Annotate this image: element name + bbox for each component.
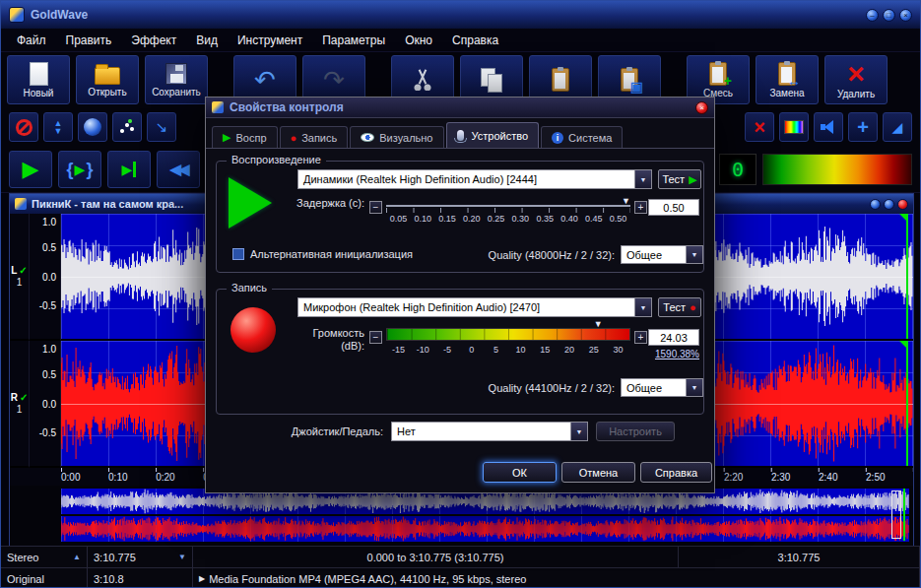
help-button[interactable]: Справка xyxy=(640,462,712,483)
tab-device[interactable]: Устройство xyxy=(446,122,540,148)
length-cell[interactable]: 3:10.775▼ xyxy=(88,547,193,567)
slider-thumb-icon[interactable]: ▼ xyxy=(594,319,603,329)
menu-item[interactable]: Окно xyxy=(395,32,442,49)
replace-button[interactable]: ↔ Замена xyxy=(756,55,819,104)
noise-button[interactable] xyxy=(112,112,142,142)
record-test-button[interactable]: Тест ● xyxy=(658,297,701,317)
effect-orb-button[interactable] xyxy=(78,112,107,142)
maximize-button[interactable]: □ xyxy=(883,9,895,22)
play-from-button[interactable]: ▶ xyxy=(107,151,151,188)
delay-decrease-button[interactable]: − xyxy=(369,201,382,214)
left-channel-selector[interactable]: L✓ 1 xyxy=(10,214,30,341)
doc-close-button[interactable] xyxy=(897,199,908,210)
status-bar-2: Original 3:10.8 ▶ Media Foundation MP4 (… xyxy=(1,567,920,588)
tab-system[interactable]: i Система xyxy=(541,126,623,148)
cancel-button[interactable]: Отмена xyxy=(561,462,635,483)
tab-playback[interactable]: ▶ Воспр xyxy=(212,126,278,148)
scissors-icon xyxy=(412,69,433,91)
channel-mode-cell[interactable]: Stereo▲ xyxy=(1,547,88,567)
ok-button[interactable]: ОК xyxy=(483,462,557,483)
alt-init-label[interactable]: Альтернативная инициализация xyxy=(250,248,437,261)
chevron-down-icon[interactable]: ▼ xyxy=(634,170,651,188)
selection-end-marker[interactable] xyxy=(906,341,908,466)
selection-end-marker[interactable] xyxy=(906,214,908,339)
insert-button[interactable]: + xyxy=(848,112,878,142)
new-button[interactable]: Новый xyxy=(7,55,70,104)
close-button[interactable]: × xyxy=(899,9,912,22)
document-icon xyxy=(15,198,27,210)
tab-visual[interactable]: Визуально xyxy=(350,126,443,148)
expander-button[interactable]: ▲▼ xyxy=(43,112,73,142)
menu-item[interactable]: Справка xyxy=(442,32,508,49)
tab-record[interactable]: ● Запись xyxy=(280,126,349,148)
dialog-titlebar[interactable]: Свойства контроля × xyxy=(206,98,714,118)
menu-item[interactable]: Эффект xyxy=(121,32,186,49)
play-selection-button[interactable]: {▶} xyxy=(58,151,101,188)
playback-quality-select[interactable]: Общее ▼ xyxy=(621,245,703,264)
volume-increase-button[interactable]: + xyxy=(634,331,647,344)
menu-item[interactable]: Вид xyxy=(186,32,228,49)
right-channel-selector[interactable]: R✓ 1 xyxy=(10,341,30,468)
timeline-label: 2:20 xyxy=(724,472,771,486)
dialog-title: Свойства контроля xyxy=(230,100,344,114)
menu-item[interactable]: Параметры xyxy=(312,32,395,49)
rewind-button[interactable]: ◀◀ xyxy=(157,151,200,188)
delay-slider[interactable]: ▼ xyxy=(386,197,630,213)
volume-value-box[interactable]: 24.03 xyxy=(648,329,699,346)
check-icon: ✓ xyxy=(20,392,28,403)
menu-item[interactable]: Править xyxy=(56,32,122,49)
cancel-effect-button[interactable]: × xyxy=(745,112,774,142)
disable-button[interactable] xyxy=(9,112,38,142)
delay-increase-button[interactable]: + xyxy=(634,201,647,214)
volume-button[interactable] xyxy=(814,112,843,142)
delete-button[interactable]: × Удалить xyxy=(824,55,888,104)
slider-thumb-icon[interactable]: ▼ xyxy=(622,196,630,206)
dialog-close-button[interactable]: × xyxy=(695,101,708,114)
overview-position-marker[interactable] xyxy=(891,490,901,539)
spectrum-meter xyxy=(762,154,912,185)
up-arrow-icon[interactable]: ▲ xyxy=(73,553,81,561)
menu-item[interactable]: Инструмент xyxy=(228,32,312,49)
spectrum-filter-button[interactable] xyxy=(779,112,809,142)
alt-init-checkbox[interactable] xyxy=(232,248,244,260)
open-button[interactable]: Открыть xyxy=(76,55,139,104)
paste-new-icon: ▣ xyxy=(621,68,638,92)
chevron-down-icon[interactable]: ▼ xyxy=(686,246,702,263)
paste-icon xyxy=(552,68,569,92)
chevron-down-icon[interactable]: ▼ xyxy=(686,379,702,396)
menu-bar: ФайлПравитьЭффектВидИнструментПараметрыО… xyxy=(1,29,920,52)
delay-value-box[interactable]: 0.50 xyxy=(648,199,699,216)
overview-right-channel xyxy=(61,516,909,542)
original-cell[interactable]: Original xyxy=(1,568,88,588)
chevron-down-icon[interactable]: ▼ xyxy=(634,298,651,316)
doc-minimize-button[interactable] xyxy=(870,199,881,210)
arrow-se-icon: ↘ xyxy=(156,118,168,136)
fade-button[interactable]: ◢ xyxy=(883,112,912,142)
save-button[interactable]: Сохранить xyxy=(145,55,208,104)
chevron-down-icon[interactable]: ▼ xyxy=(570,423,587,440)
redo-icon: ↷ xyxy=(323,67,345,93)
tick-label: 20 xyxy=(558,345,582,355)
play-button[interactable]: ▶ xyxy=(9,151,52,188)
volume-decrease-button[interactable]: − xyxy=(369,331,382,344)
rewind-icon: ◀◀ xyxy=(169,161,186,178)
check-icon: ✓ xyxy=(19,265,27,276)
down-arrow-icon[interactable]: ▼ xyxy=(178,553,186,561)
record-quality-select[interactable]: Общее ▼ xyxy=(621,378,703,397)
volume-label: Громкость (dB): xyxy=(294,327,364,353)
menu-item[interactable]: Файл xyxy=(7,32,56,49)
big-record-icon xyxy=(230,307,276,353)
playback-device-select[interactable]: Динамики (Realtek High Definition Audio)… xyxy=(297,169,652,189)
volume-percent-link[interactable]: 1590.38% xyxy=(640,349,699,359)
overview-strip[interactable] xyxy=(10,486,913,547)
record-device-select[interactable]: Микрофон (Realtek High Definition Audio)… xyxy=(297,297,652,317)
joystick-select[interactable]: Нет ▼ xyxy=(391,422,588,441)
minimize-button[interactable]: – xyxy=(866,9,879,22)
volume-slider[interactable]: ▼ xyxy=(386,325,630,341)
doc-maximize-button[interactable] xyxy=(884,199,894,210)
record-group: Запись Микрофон (Realtek High Definition… xyxy=(216,289,704,415)
save-floppy-icon xyxy=(165,63,187,85)
playback-test-button[interactable]: Тест ▶ xyxy=(658,169,701,189)
pitch-button[interactable]: ↘ xyxy=(147,112,176,142)
timeline-label: 2:30 xyxy=(771,472,819,486)
